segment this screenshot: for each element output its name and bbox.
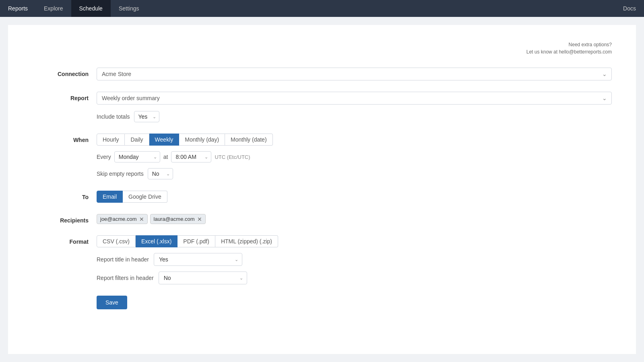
- tab-email[interactable]: Email: [97, 191, 123, 203]
- recipient-tag-joe: joe@acme.com ✕: [97, 214, 148, 224]
- connection-label: Connection: [32, 68, 97, 77]
- format-excel[interactable]: Excel (.xlsx): [136, 235, 178, 247]
- connection-chevron-icon: ⌄: [602, 71, 607, 77]
- tab-daily[interactable]: Daily: [125, 134, 149, 146]
- at-label: at: [163, 154, 168, 160]
- skip-empty-label: Skip empty reports: [97, 171, 144, 177]
- day-select[interactable]: Monday Tuesday Wednesday Thursday Friday…: [114, 151, 160, 162]
- include-totals-label: Include totals: [97, 113, 130, 120]
- nav-item-explore[interactable]: Explore: [36, 0, 71, 17]
- format-label: Format: [32, 235, 97, 245]
- tab-google-drive[interactable]: Google Drive: [123, 191, 167, 203]
- tab-monthly-date[interactable]: Monthly (date): [225, 134, 272, 146]
- extra-options-line2: Let us know at hello@betterreports.com: [32, 48, 612, 56]
- save-row: Save: [32, 296, 612, 309]
- nav-item-reports[interactable]: Reports: [0, 0, 36, 17]
- connection-field: Acme Store ⌄: [97, 68, 612, 80]
- format-pdf[interactable]: PDF (.pdf): [178, 235, 215, 247]
- format-row: Format CSV (.csv) Excel (.xlsx) PDF (.pd…: [32, 235, 612, 284]
- remove-recipient-joe[interactable]: ✕: [139, 216, 144, 222]
- tab-monthly-day[interactable]: Monthly (day): [179, 134, 225, 146]
- when-field: Hourly Daily Weekly Monthly (day) Monthl…: [97, 134, 612, 179]
- save-content: Save: [97, 296, 612, 309]
- when-row: When Hourly Daily Weekly Monthly (day) M…: [32, 134, 612, 179]
- recipient-email-laura: laura@acme.com: [154, 216, 195, 222]
- nav-item-schedule[interactable]: Schedule: [71, 0, 111, 17]
- report-value: Weekly order summary: [102, 95, 160, 101]
- include-totals-select[interactable]: Yes No: [134, 111, 159, 122]
- report-field: Weekly order summary ⌄ Include totals Ye…: [97, 92, 612, 122]
- report-title-in-header-label: Report title in header: [97, 256, 149, 263]
- report-select[interactable]: Weekly order summary ⌄: [97, 92, 612, 105]
- connection-value: Acme Store: [102, 71, 131, 77]
- format-csv[interactable]: CSV (.csv): [97, 235, 136, 247]
- time-select[interactable]: 8:00 AM 9:00 AM 10:00 AM: [171, 151, 211, 162]
- format-html[interactable]: HTML (zipped) (.zip): [215, 235, 278, 247]
- timezone-label: UTC (Etc/UTC): [215, 154, 250, 160]
- nav-item-settings[interactable]: Settings: [111, 0, 147, 17]
- save-button[interactable]: Save: [97, 296, 127, 309]
- recipient-email-joe: joe@acme.com: [100, 216, 137, 222]
- tab-weekly[interactable]: Weekly: [149, 134, 180, 146]
- extra-options: Need extra options? Let us know at hello…: [32, 41, 612, 56]
- recipients-row: Recipients joe@acme.com ✕ laura@acme.com…: [32, 214, 612, 224]
- to-row: To Email Google Drive: [32, 191, 612, 203]
- to-label: To: [32, 191, 97, 200]
- format-tab-group: CSV (.csv) Excel (.xlsx) PDF (.pdf) HTML…: [97, 235, 612, 247]
- report-row: Report Weekly order summary ⌄ Include to…: [32, 92, 612, 122]
- recipients-container: joe@acme.com ✕ laura@acme.com ✕: [97, 214, 612, 224]
- every-label: Every: [97, 154, 111, 160]
- report-filters-in-header-label: Report filters in header: [97, 275, 154, 281]
- to-field: Email Google Drive: [97, 191, 612, 203]
- extra-options-line1: Need extra options?: [32, 41, 612, 48]
- report-filters-in-header-select[interactable]: No Yes: [159, 272, 247, 284]
- report-title-in-header-select[interactable]: Yes No: [154, 253, 242, 266]
- connection-row: Connection Acme Store ⌄: [32, 68, 612, 80]
- recipients-label: Recipients: [32, 214, 97, 224]
- skip-empty-select[interactable]: No Yes: [148, 168, 173, 179]
- nav-bar: Reports Explore Schedule Settings Docs: [0, 0, 644, 17]
- tab-hourly[interactable]: Hourly: [97, 134, 125, 146]
- recipient-tag-laura: laura@acme.com ✕: [150, 214, 206, 224]
- report-label: Report: [32, 92, 97, 101]
- when-tab-group: Hourly Daily Weekly Monthly (day) Monthl…: [97, 134, 612, 146]
- recipients-field: joe@acme.com ✕ laura@acme.com ✕: [97, 214, 612, 224]
- to-tab-group: Email Google Drive: [97, 191, 612, 203]
- format-field: CSV (.csv) Excel (.xlsx) PDF (.pdf) HTML…: [97, 235, 612, 284]
- when-label: When: [32, 134, 97, 143]
- report-chevron-icon: ⌄: [602, 95, 607, 101]
- docs-link[interactable]: Docs: [623, 5, 636, 12]
- page-content: Need extra options? Let us know at hello…: [8, 25, 636, 354]
- remove-recipient-laura[interactable]: ✕: [197, 216, 202, 222]
- connection-select[interactable]: Acme Store ⌄: [97, 68, 612, 80]
